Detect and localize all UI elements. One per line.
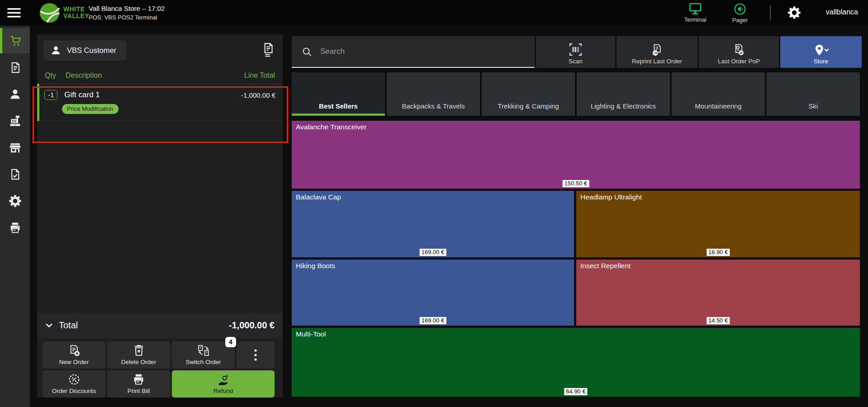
product-tile-hiking-boots[interactable]: Hiking Boots 169.00 €	[292, 260, 574, 326]
order-panel: VBS Customer Qty Description Line Total …	[37, 34, 283, 398]
line-total-value: -1,000.00 €	[241, 91, 275, 99]
username[interactable]: vallblanca	[826, 8, 858, 16]
store-label: Store	[814, 58, 828, 65]
tab-backpacks-travels[interactable]: Backpacks & Travels	[387, 72, 480, 116]
chevron-down-icon	[45, 323, 53, 328]
total-value: -1,000.00 €	[229, 320, 275, 331]
order-discounts-label: Order Discounts	[52, 388, 96, 394]
product-name: Avalanche Transceiver	[296, 123, 367, 131]
search-icon	[302, 47, 312, 57]
store-icon	[9, 142, 21, 154]
search-bar	[292, 36, 535, 68]
terminal-label: Terminal	[684, 16, 706, 23]
print-bill-button[interactable]: Print Bill	[107, 370, 170, 398]
last-order-pop-button[interactable]: Last Order PoP	[699, 36, 779, 68]
reprint-receipt-icon	[650, 43, 664, 57]
customer-row: VBS Customer	[37, 34, 283, 66]
reprint-last-order-button[interactable]: Reprint Last Order	[617, 36, 697, 68]
product-price-tag: 169.00 €	[420, 249, 446, 256]
product-price-tag: 14.50 €	[707, 317, 730, 324]
scan-button[interactable]: Scan	[536, 36, 615, 68]
left-sidebar	[0, 26, 30, 407]
product-tile-insect-repellent[interactable]: Insect Repellent 14.50 €	[576, 260, 860, 326]
brand-name: WHITE VALLEY	[63, 6, 89, 19]
product-name: Hiking Boots	[296, 262, 335, 270]
product-tile-avalanche-transceiver[interactable]: Avalanche Transceiver 150.50 €	[292, 121, 860, 189]
product-tile-multi-tool[interactable]: Multi-Tool 64.90 €	[292, 328, 860, 397]
sidebar-item-reports[interactable]	[0, 161, 30, 187]
sidebar-item-customers[interactable]	[0, 81, 30, 107]
more-actions-button[interactable]	[237, 341, 275, 369]
store-selector-button[interactable]: Store	[780, 36, 862, 68]
trash-icon	[133, 344, 145, 357]
new-order-button[interactable]: New Order	[43, 341, 105, 369]
tab-trekking-camping[interactable]: Trekking & Camping	[482, 72, 575, 116]
sidebar-item-cash-register[interactable]	[0, 108, 30, 133]
sidebar-item-hardware[interactable]	[0, 215, 30, 240]
tab-ski[interactable]: Ski	[767, 72, 860, 116]
refund-button[interactable]: Refund	[172, 370, 275, 398]
product-name: Multi-Tool	[296, 330, 326, 338]
cart-icon	[10, 35, 22, 47]
product-tile-headlamp-ultralight[interactable]: Headlamp Ultralight 18.90 €	[576, 191, 860, 257]
tab-mountaineering[interactable]: Mountaineering	[672, 72, 765, 116]
receipt-icon	[9, 62, 21, 74]
tab-label: Lighting & Electronics	[591, 102, 656, 110]
description-column-header: Description	[66, 71, 244, 80]
total-bar[interactable]: Total -1,000.00 €	[37, 313, 283, 338]
settings-gear-icon[interactable]	[788, 6, 801, 19]
tab-label: Best Sellers	[319, 102, 358, 110]
qty-column-header: Qty	[45, 71, 66, 80]
product-name: Headlamp Ultralight	[580, 193, 642, 201]
product-price-tag: 18.90 €	[707, 249, 730, 256]
switch-order-button[interactable]: 4 Switch Order	[172, 341, 235, 369]
refund-hand-coin-icon	[217, 375, 230, 386]
customer-button[interactable]: VBS Customer	[43, 40, 126, 61]
sidebar-item-register-cart[interactable]	[0, 28, 30, 53]
product-price-tag: 150.50 €	[563, 180, 589, 187]
printer-icon	[133, 374, 145, 386]
tab-label: Trekking & Camping	[498, 102, 559, 110]
new-order-label: New Order	[59, 359, 89, 365]
customer-name: VBS Customer	[67, 46, 116, 55]
order-settings-icon[interactable]	[261, 42, 275, 57]
total-label: Total	[59, 320, 78, 331]
pager-status-button[interactable]: Pager	[720, 3, 760, 24]
pager-icon	[734, 3, 746, 15]
product-price-tag: 169.00 €	[420, 317, 446, 324]
header-divider	[770, 5, 771, 20]
reprint-last-order-label: Reprint Last Order	[632, 58, 682, 65]
order-lines-empty-space	[37, 121, 283, 313]
cash-register-icon	[9, 115, 21, 127]
report-check-icon	[9, 168, 21, 180]
customer-icon	[9, 88, 21, 100]
tab-label: Mountaineering	[695, 102, 741, 110]
delete-order-button[interactable]: Delete Order	[107, 341, 170, 369]
product-tile-balaclava-cap[interactable]: Balaclava Cap 169.00 €	[292, 191, 574, 257]
sidebar-item-store[interactable]	[0, 135, 30, 160]
refund-label: Refund	[213, 388, 233, 394]
product-price-tag: 64.90 €	[564, 388, 587, 395]
new-order-icon	[67, 345, 81, 357]
terminal-status-button[interactable]: Terminal	[675, 3, 716, 23]
order-discounts-button[interactable]: Order Discounts	[43, 370, 105, 398]
product-name: Insect Repellent	[580, 262, 631, 270]
delete-order-label: Delete Order	[121, 359, 156, 365]
hamburger-menu-icon[interactable]	[7, 7, 23, 19]
sidebar-item-settings[interactable]	[0, 188, 30, 213]
switch-order-icon	[197, 344, 210, 357]
price-modification-badge: Price Modification	[62, 104, 119, 114]
search-input[interactable]	[320, 47, 510, 56]
store-title: Vall Blanca Store – 17:02	[89, 5, 165, 12]
sidebar-item-orders[interactable]	[0, 55, 30, 80]
line-qty-badge: -1	[44, 90, 57, 100]
receipt-dollar-check-icon	[732, 43, 745, 57]
gear-icon	[9, 195, 21, 207]
switch-order-label: Switch Order	[185, 359, 221, 365]
pos-terminal-subtitle: POS: VBS POS2 Terminal	[89, 14, 157, 21]
tab-lighting-electronics[interactable]: Lighting & Electronics	[577, 72, 670, 116]
pager-label: Pager	[732, 17, 748, 24]
tab-best-sellers[interactable]: Best Sellers	[292, 72, 385, 116]
kebab-menu-icon	[254, 349, 257, 361]
order-line-gift-card[interactable]: -1 Gift card 1 -1,000.00 € Price Modific…	[37, 84, 283, 121]
